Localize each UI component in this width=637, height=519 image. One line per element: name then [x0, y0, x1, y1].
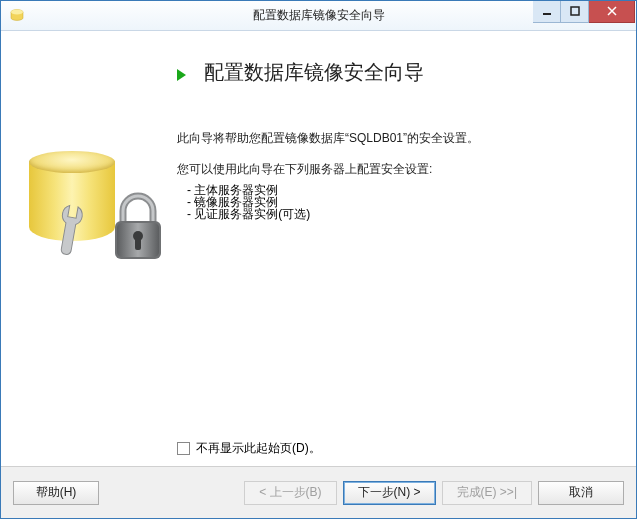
skip-checkbox[interactable]	[177, 442, 190, 455]
titlebar: 配置数据库镜像安全向导	[1, 1, 636, 31]
heading-row: 配置数据库镜像安全向导	[177, 59, 612, 86]
cancel-button[interactable]: 取消	[538, 481, 624, 505]
next-button[interactable]: 下一步(N) >	[343, 481, 436, 505]
list-item: 主体服务器实例	[187, 184, 612, 196]
text-column: 配置数据库镜像安全向导 此向导将帮助您配置镜像数据库“SQLDB01”的安全设置…	[165, 51, 612, 466]
wizard-window: 配置数据库镜像安全向导	[0, 0, 637, 519]
close-button[interactable]	[589, 1, 635, 23]
svg-rect-2	[543, 13, 551, 15]
window-controls	[533, 1, 635, 23]
app-icon	[9, 8, 25, 24]
svg-rect-7	[135, 238, 141, 250]
play-icon	[177, 69, 186, 81]
list-item: 见证服务器实例(可选)	[187, 208, 612, 220]
back-button: < 上一步(B)	[244, 481, 336, 505]
skip-checkbox-row: 不再显示此起始页(D)。	[177, 440, 612, 457]
sub-text: 您可以使用此向导在下列服务器上配置安全设置:	[177, 161, 612, 178]
intro-text: 此向导将帮助您配置镜像数据库“SQLDB01”的安全设置。	[177, 130, 612, 147]
svg-point-1	[11, 9, 23, 14]
page-heading: 配置数据库镜像安全向导	[204, 59, 424, 86]
wizard-graphic	[25, 51, 165, 466]
help-button[interactable]: 帮助(H)	[13, 481, 99, 505]
lock-icon	[109, 191, 167, 266]
skip-checkbox-label: 不再显示此起始页(D)。	[196, 440, 321, 457]
content-area: 配置数据库镜像安全向导 此向导将帮助您配置镜像数据库“SQLDB01”的安全设置…	[1, 31, 636, 518]
footer: 帮助(H) < 上一步(B) 下一步(N) > 完成(E) >>| 取消	[1, 466, 636, 518]
minimize-button[interactable]	[533, 1, 561, 23]
list-item: 镜像服务器实例	[187, 196, 612, 208]
server-list: 主体服务器实例 镜像服务器实例 见证服务器实例(可选)	[187, 184, 612, 220]
svg-rect-3	[571, 7, 579, 15]
maximize-button[interactable]	[561, 1, 589, 23]
body-area: 配置数据库镜像安全向导 此向导将帮助您配置镜像数据库“SQLDB01”的安全设置…	[1, 31, 636, 466]
finish-button: 完成(E) >>|	[442, 481, 532, 505]
